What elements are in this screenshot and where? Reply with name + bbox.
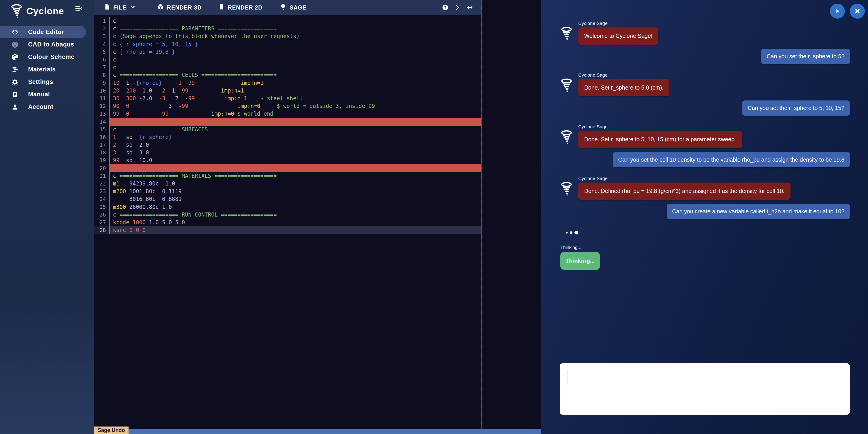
code-line[interactable]: 6c [94,56,481,63]
code-line-text: c [110,17,481,25]
svg-text:?: ? [444,5,446,10]
tornado-icon [559,78,574,93]
code-line[interactable]: 2c ================== PARAMETERS =======… [94,25,481,32]
cad-icon [10,41,20,49]
sage-undo-button[interactable]: Sage Undo [94,427,128,434]
typing-indicator [566,230,868,235]
code-line-text: m1 94239.80c 1.0 [110,180,481,188]
close-button[interactable] [850,4,865,19]
code-line-text: m200 1001.80c 0.1119 [110,188,481,195]
code-line[interactable]: 1999 so 10.0 [94,156,481,164]
sidebar-item-manual[interactable]: Manual [0,88,94,101]
code-line[interactable]: 1130 300 -7.0 -3 2 -99 imp:n=1 $ steel s… [94,95,481,102]
line-number: 1 [94,18,110,24]
code-line[interactable]: 21c ================== MATERIALS =======… [94,172,481,180]
code-line[interactable]: 3c (Sage appends to this block whenever … [94,32,481,40]
code-line[interactable]: 23m200 1001.80c 0.1119 [94,188,481,195]
code-line-text: c ================== PARAMETERS ========… [110,25,481,32]
run-button[interactable] [830,4,845,19]
code-line[interactable]: 910 1 -{rho_pu} -1 -99 imp:n=1 [94,79,481,87]
user-message: Can you set the r_sphere to 5? [541,49,868,64]
code-line[interactable]: 26c ================== RUN CONTROL =====… [94,211,481,219]
code-icon [10,28,20,36]
thinking-bubble: Thinking... [560,252,600,270]
code-line[interactable]: 22m1 94239.80c 1.0 [94,180,481,188]
user-message: Can you set the cell 10 density to be th… [541,152,868,167]
line-number: 6 [94,57,110,63]
file-menu-button[interactable]: FILE [103,3,136,11]
code-line[interactable]: 24 8016.80c 0.8881 [94,195,481,203]
code-line[interactable]: 1290 0 3 -99 imp:n=0 $ world = outside 3… [94,102,481,110]
line-number: 14 [94,119,110,125]
line-number: 24 [94,196,110,202]
code-line[interactable]: 25m300 26000.80c 1.0 [94,203,481,211]
thinking-label: Thinking... [560,245,868,250]
collapse-sidebar-icon[interactable] [74,4,84,12]
resize-horizontal-icon[interactable] [466,4,473,11]
code-line[interactable]: 183 so 3.0 [94,149,481,156]
code-line-text: m300 26000.80c 1.0 [110,203,481,211]
code-line-text [110,118,481,125]
code-line-text: c (Sage appends to this block whenever t… [110,32,481,40]
code-line[interactable]: 7c [94,63,481,71]
sidebar-nav: Code EditorCAD to AbaqusColour SchemeMat… [0,26,94,113]
pane-divider[interactable] [481,0,483,429]
code-line-text: 2 so 2.0 [110,141,481,149]
line-number: 15 [94,126,110,132]
sidebar-item-colour-scheme[interactable]: Colour Scheme [0,51,94,63]
code-editor[interactable]: 1c2c ================== PARAMETERS =====… [94,15,481,429]
line-number: 26 [94,212,110,218]
assistant-name: Cyclone Sage [578,72,868,78]
render-3d-button[interactable]: RENDER 3D [157,3,202,11]
line-number: 2 [94,26,110,32]
code-line[interactable]: 14 [94,118,481,125]
line-number: 22 [94,181,110,187]
sidebar-item-settings[interactable]: Settings [0,76,94,88]
code-line[interactable]: 161 so {r_sphere} [94,133,481,141]
code-line-text: c [110,63,481,71]
sidebar-item-label: Account [28,103,54,111]
tornado-icon [559,130,574,145]
sidebar-item-materials[interactable]: Materials [0,63,94,76]
line-number: 16 [94,134,110,140]
assistant-name: Cyclone Sage [578,124,868,129]
file-icon [103,3,111,11]
sage-label: SAGE [289,4,307,11]
code-line[interactable]: 4c { r_sphere = 5, 10, 15 } [94,40,481,48]
sidebar-item-cad-to-abaqus[interactable]: CAD to Abaqus [0,38,94,51]
code-line[interactable]: 1c [94,17,481,25]
sidebar-item-account[interactable]: Account [0,101,94,113]
tornado-icon [9,4,24,19]
chat-input[interactable] [560,363,850,415]
sidebar-item-code-editor[interactable]: Code Editor [0,26,86,38]
code-line[interactable]: 172 so 2.0 [94,141,481,149]
line-number: 27 [94,219,110,225]
code-line[interactable]: 28ksrc 0 0 0 [94,226,481,234]
chevron-right-icon[interactable] [454,4,461,11]
gear-icon [10,78,20,86]
chat-message-list: Cyclone SageWelcome to Cyclone Sage!Can … [541,21,868,270]
code-line[interactable]: 5c { rho_pu = 19.8 } [94,48,481,56]
sidebar-item-label: CAD to Abaqus [28,41,74,48]
assistant-bubble: Done. Set r_sphere to 5, 10, 15 (cm) for… [578,131,742,148]
line-number: 13 [94,111,110,117]
file-menu-label: FILE [113,4,126,11]
code-line-text: ksrc 0 0 0 [110,226,481,234]
code-line-text: kcode 1000 1.0 5.0 5.0 [110,219,481,226]
code-line[interactable]: 20 [94,164,481,172]
assistant-bubble: Done. Defined rho_pu = 19.8 (g/cm^3) and… [578,183,790,200]
sage-button[interactable]: SAGE [280,3,307,11]
code-line[interactable]: 27kcode 1000 1.0 5.0 5.0 [94,219,481,226]
code-line[interactable]: 15c ================== SURFACES ========… [94,126,481,133]
help-icon[interactable]: ? [442,4,449,11]
palette-icon [10,53,20,61]
code-line[interactable]: 1020 200 -1.0 -2 1 -99 imp:n=1 [94,87,481,95]
code-line[interactable]: 1399 0 99 imp:n=0 $ world end [94,110,481,118]
render-2d-button[interactable]: RENDER 2D [218,3,262,11]
editor-pane: FILE RENDER 3D RENDER 2D SAGE [94,0,541,434]
line-number: 5 [94,49,110,55]
sidebar-item-label: Manual [28,91,50,98]
code-line[interactable]: 8c ================== CELLS ============… [94,71,481,79]
line-number: 9 [94,80,110,86]
line-number: 8 [94,72,110,78]
